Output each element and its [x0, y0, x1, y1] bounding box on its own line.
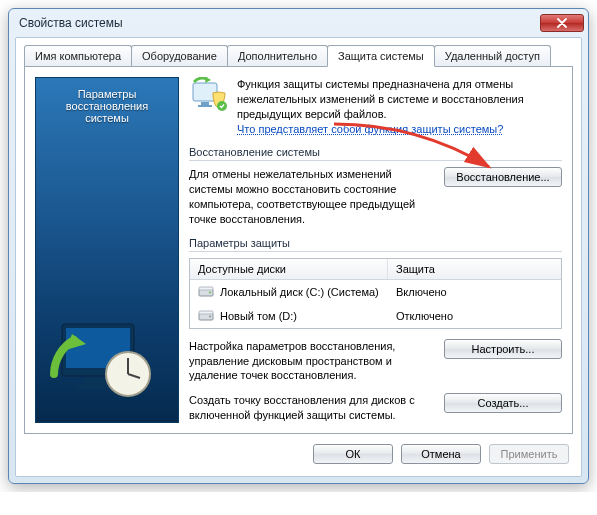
configure-button[interactable]: Настроить... [444, 339, 562, 359]
col-header-drive[interactable]: Доступные диски [190, 259, 388, 279]
ok-button[interactable]: ОК [313, 444, 393, 464]
tab-panel-system-protection: Параметры восстановления системы [24, 66, 573, 434]
restore-description: Для отмены нежелательных изменений систе… [189, 167, 432, 226]
learn-more-link[interactable]: Что представляет собой функция защиты си… [237, 123, 503, 135]
group-restore: Восстановление системы Для отмены нежела… [189, 146, 562, 226]
svg-rect-15 [199, 287, 213, 290]
close-icon [557, 18, 567, 28]
svg-point-17 [209, 315, 211, 317]
monitor-clock-illustration [36, 304, 178, 414]
side-banner-line2: восстановления [40, 100, 174, 112]
side-banner-line1: Параметры [40, 88, 174, 100]
content-column: Функция защиты системы предназначена для… [189, 77, 562, 423]
svg-rect-9 [201, 102, 209, 105]
window-title: Свойства системы [19, 16, 123, 30]
drive-status: Включено [396, 286, 447, 298]
create-row: Создать точку восстановления для дисков … [189, 393, 562, 423]
col-header-protection[interactable]: Защита [388, 259, 561, 279]
titlebar: Свойства системы [9, 9, 588, 37]
side-banner: Параметры восстановления системы [35, 77, 179, 423]
tab-system-protection[interactable]: Защита системы [327, 45, 435, 67]
group-protection: Параметры защиты Доступные диски Защита [189, 237, 562, 423]
drives-table-body: Локальный диск (С:) (Система) Включено [190, 280, 561, 328]
tab-remote[interactable]: Удаленный доступ [434, 45, 551, 67]
group-restore-title: Восстановление системы [189, 146, 562, 160]
create-text: Создать точку восстановления для дисков … [189, 393, 432, 423]
client-area: Имя компьютера Оборудование Дополнительн… [15, 37, 582, 477]
svg-rect-10 [198, 105, 212, 107]
shield-monitor-icon [189, 77, 229, 136]
close-button[interactable] [540, 14, 584, 32]
table-row[interactable]: Новый том (D:) Отключено [190, 304, 561, 328]
tab-computer-name[interactable]: Имя компьютера [24, 45, 132, 67]
drive-name: Новый том (D:) [220, 310, 297, 322]
description-row: Функция защиты системы предназначена для… [189, 77, 562, 136]
tab-strip: Имя компьютера Оборудование Дополнительн… [24, 45, 573, 67]
drive-name: Локальный диск (С:) (Система) [220, 286, 379, 298]
system-restore-button[interactable]: Восстановление... [444, 167, 562, 187]
table-row[interactable]: Локальный диск (С:) (Система) Включено [190, 280, 561, 304]
svg-point-14 [209, 291, 211, 293]
create-restore-point-button[interactable]: Создать... [444, 393, 562, 413]
apply-button[interactable]: Применить [489, 444, 569, 464]
group-restore-box: Для отмены нежелательных изменений систе… [189, 160, 562, 226]
drive-status: Отключено [396, 310, 453, 322]
dialog-footer: ОК Отмена Применить [24, 434, 573, 468]
configure-text: Настройка параметров восстановления, упр… [189, 339, 432, 384]
drives-table-header: Доступные диски Защита [190, 259, 561, 280]
side-banner-line3: системы [40, 112, 174, 124]
configure-row: Настройка параметров восстановления, упр… [189, 339, 562, 384]
system-properties-window: Свойства системы Имя компьютера Оборудов… [8, 8, 589, 484]
drive-icon [198, 284, 214, 300]
description-text: Функция защиты системы предназначена для… [237, 77, 562, 136]
drive-icon [198, 308, 214, 324]
svg-marker-12 [205, 77, 211, 83]
cancel-button[interactable]: Отмена [401, 444, 481, 464]
description-body: Функция защиты системы предназначена для… [237, 78, 524, 120]
svg-rect-18 [199, 311, 213, 314]
drives-table: Доступные диски Защита Локальный [189, 258, 562, 329]
group-protection-title: Параметры защиты [189, 237, 562, 251]
group-protection-box: Доступные диски Защита Локальный [189, 251, 562, 423]
tab-hardware[interactable]: Оборудование [131, 45, 228, 67]
side-banner-title: Параметры восстановления системы [36, 78, 178, 134]
tab-advanced[interactable]: Дополнительно [227, 45, 328, 67]
